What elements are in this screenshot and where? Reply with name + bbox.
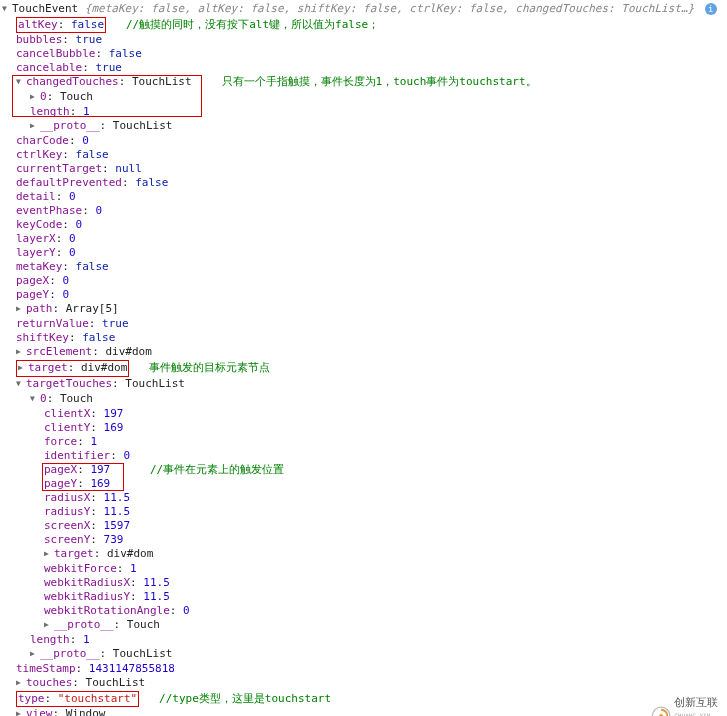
prop-tt-pageX[interactable]: pageX: 197 //事件在元素上的触发位置 — [2, 463, 725, 477]
object-preview: {metaKey: false, altKey: false, shiftKey… — [85, 2, 694, 15]
prop-tt-radiusX[interactable]: radiusX: 11.5 — [2, 491, 725, 505]
logo-icon — [651, 702, 671, 716]
prop-tt-screenY[interactable]: screenY: 739 — [2, 533, 725, 547]
prop-tt-radiusY[interactable]: radiusY: 11.5 — [2, 505, 725, 519]
expand-icon[interactable] — [44, 618, 54, 633]
expand-icon[interactable] — [16, 75, 26, 90]
prop-changedTouches-0[interactable]: 0: Touch — [2, 90, 725, 105]
console-header[interactable]: TouchEvent {metaKey: false, altKey: fals… — [2, 2, 725, 17]
highlight-box: altKey: false — [16, 17, 106, 33]
prop-cancelable[interactable]: cancelable: true — [2, 61, 725, 75]
expand-icon[interactable] — [44, 547, 54, 562]
prop-tt-clientY[interactable]: clientY: 169 — [2, 421, 725, 435]
comment: //触摸的同时，没有按下alt键，所以值为false； — [126, 18, 379, 31]
prop-touches[interactable]: touches: TouchList — [2, 676, 725, 691]
prop-tt-webkitRadiusX[interactable]: webkitRadiusX: 11.5 — [2, 576, 725, 590]
prop-tt-target[interactable]: target: div#dom — [2, 547, 725, 562]
prop-tt-webkitForce[interactable]: webkitForce: 1 — [2, 562, 725, 576]
prop-type[interactable]: type: "touchstart" //type类型，这里是touchstar… — [2, 691, 725, 707]
prop-view[interactable]: view: Window — [2, 707, 725, 716]
prop-layerY[interactable]: layerY: 0 — [2, 246, 725, 260]
prop-pageX[interactable]: pageX: 0 — [2, 274, 725, 288]
prop-charCode[interactable]: charCode: 0 — [2, 134, 725, 148]
prop-keyCode[interactable]: keyCode: 0 — [2, 218, 725, 232]
expand-icon[interactable] — [2, 2, 12, 17]
logo-text-cn: 创新互联 — [674, 695, 721, 709]
prop-changedTouches-length[interactable]: length: 1 — [2, 105, 725, 119]
class-name: TouchEvent — [12, 2, 78, 15]
expand-icon[interactable] — [16, 302, 26, 317]
prop-timeStamp[interactable]: timeStamp: 1431147855818 — [2, 662, 725, 676]
prop-tt-identifier[interactable]: identifier: 0 — [2, 449, 725, 463]
prop-metaKey[interactable]: metaKey: false — [2, 260, 725, 274]
prop-targetTouches-proto[interactable]: __proto__: TouchList — [2, 647, 725, 662]
prop-cancelBubble[interactable]: cancelBubble: false — [2, 47, 725, 61]
highlight-box: target: div#dom — [16, 360, 129, 377]
expand-icon[interactable] — [18, 361, 28, 376]
prop-targetTouches-length[interactable]: length: 1 — [2, 633, 725, 647]
prop-changedTouches[interactable]: changedTouches: TouchList只有一个手指触摸，事件长度为1… — [2, 75, 725, 90]
highlight-box: type: "touchstart" — [16, 691, 139, 707]
watermark-logo: 创新互联 CHUANG XIN HU LIAN — [651, 700, 721, 716]
prop-tt-screenX[interactable]: screenX: 1597 — [2, 519, 725, 533]
prop-layerX[interactable]: layerX: 0 — [2, 232, 725, 246]
prop-ctrlKey[interactable]: ctrlKey: false — [2, 148, 725, 162]
expand-icon[interactable] — [16, 707, 26, 716]
expand-icon[interactable] — [16, 676, 26, 691]
prop-defaultPrevented[interactable]: defaultPrevented: false — [2, 176, 725, 190]
expand-icon[interactable] — [30, 392, 40, 407]
prop-detail[interactable]: detail: 0 — [2, 190, 725, 204]
prop-target[interactable]: target: div#dom 事件触发的目标元素节点 — [2, 360, 725, 377]
prop-pageY[interactable]: pageY: 0 — [2, 288, 725, 302]
expand-icon[interactable] — [30, 119, 40, 134]
prop-tt-proto[interactable]: __proto__: Touch — [2, 618, 725, 633]
prop-eventPhase[interactable]: eventPhase: 0 — [2, 204, 725, 218]
prop-altKey[interactable]: altKey: false //触摸的同时，没有按下alt键，所以值为false… — [2, 17, 725, 33]
expand-icon[interactable] — [16, 377, 26, 392]
comment: 事件触发的目标元素节点 — [149, 361, 270, 374]
prop-targetTouches-0[interactable]: 0: Touch — [2, 392, 725, 407]
prop-tt-webkitRotationAngle[interactable]: webkitRotationAngle: 0 — [2, 604, 725, 618]
prop-bubbles[interactable]: bubbles: true — [2, 33, 725, 47]
prop-tt-clientX[interactable]: clientX: 197 — [2, 407, 725, 421]
logo-text-py: CHUANG XIN HU LIAN — [674, 709, 721, 716]
info-icon[interactable]: i — [705, 3, 717, 15]
prop-srcElement[interactable]: srcElement: div#dom — [2, 345, 725, 360]
comment: 只有一个手指触摸，事件长度为1，touch事件为touchstart。 — [222, 75, 537, 88]
comment: //事件在元素上的触发位置 — [150, 463, 284, 476]
prop-shiftKey[interactable]: shiftKey: false — [2, 331, 725, 345]
prop-changedTouches-proto[interactable]: __proto__: TouchList — [2, 119, 725, 134]
prop-tt-force[interactable]: force: 1 — [2, 435, 725, 449]
expand-icon[interactable] — [30, 90, 40, 105]
prop-tt-pageY[interactable]: pageY: 169 — [2, 477, 725, 491]
comment: //type类型，这里是touchstart — [159, 692, 331, 705]
prop-targetTouches[interactable]: targetTouches: TouchList — [2, 377, 725, 392]
prop-returnValue[interactable]: returnValue: true — [2, 317, 725, 331]
prop-currentTarget[interactable]: currentTarget: null — [2, 162, 725, 176]
expand-icon[interactable] — [30, 647, 40, 662]
prop-tt-webkitRadiusY[interactable]: webkitRadiusY: 11.5 — [2, 590, 725, 604]
expand-icon[interactable] — [16, 345, 26, 360]
prop-path[interactable]: path: Array[5] — [2, 302, 725, 317]
